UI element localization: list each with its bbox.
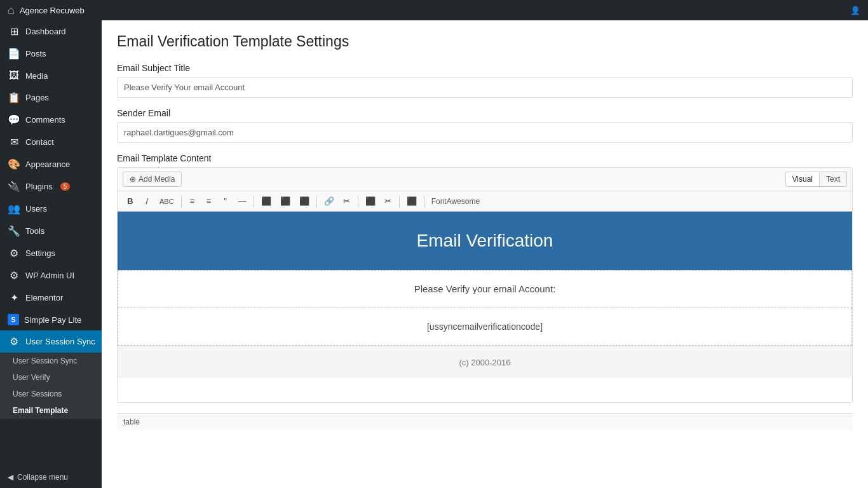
email-template-label: Email Template Content: [117, 153, 853, 163]
sidebar-item-contact[interactable]: ✉ Contact: [0, 131, 102, 153]
sidebar-item-usersessionsync[interactable]: ⚙ User Session Sync: [0, 330, 102, 353]
submenu-item-userverify[interactable]: User Verify: [0, 369, 102, 386]
admin-bar-left: ⌂ Agence Recuweb: [8, 4, 85, 17]
link-button[interactable]: 🔗: [320, 194, 338, 208]
ordered-list-button[interactable]: ≡: [201, 194, 217, 208]
comments-icon: 💬: [8, 114, 20, 126]
usersessionsync-icon: ⚙: [8, 336, 20, 348]
blockquote-button[interactable]: ": [218, 194, 233, 208]
sidebar-item-label: Plugins: [25, 182, 53, 191]
text-tab[interactable]: Text: [820, 172, 847, 187]
align-right-button[interactable]: ⬛: [295, 194, 313, 208]
tools-icon: 🔧: [8, 225, 20, 237]
admin-bar-site-icon: ⌂: [8, 4, 15, 17]
sidebar-item-label: Appearance: [25, 159, 70, 169]
sidebar-item-tools[interactable]: 🔧 Tools: [0, 220, 102, 242]
sidebar-item-plugins[interactable]: 🔌 Plugins 5: [0, 175, 102, 198]
sidebar-item-label: Posts: [25, 49, 46, 58]
users-icon: 👥: [8, 203, 20, 215]
visual-text-tabs: Visual Text: [785, 172, 847, 187]
email-preview: Email Verification Please Verify your em…: [118, 212, 852, 402]
fontawesome-label[interactable]: FontAwesome: [428, 195, 484, 208]
simplepaglite-icon: S: [8, 314, 19, 325]
sender-email-label: Sender Email: [117, 108, 853, 118]
align-center-button[interactable]: ⬛: [276, 194, 294, 208]
elementor-icon: ✦: [8, 292, 20, 304]
sidebar-item-media[interactable]: 🖼 Media: [0, 65, 102, 86]
table-button[interactable]: ⬛: [403, 194, 421, 208]
sidebar-item-settings[interactable]: ⚙ Settings: [0, 242, 102, 264]
sidebar-item-label: WP Admin UI: [25, 271, 74, 280]
email-code-section: [ussyncemailverificationcode]: [118, 308, 852, 346]
editor-container: ⊕ Add Media Visual Text B I ABC ≡ ≡: [117, 167, 853, 403]
collapse-menu[interactable]: ◀ Collapse menu: [0, 466, 102, 488]
admin-bar-user[interactable]: 👤: [850, 6, 860, 15]
posts-icon: 📄: [8, 48, 20, 60]
email-footer: (c) 2000-2016: [118, 346, 852, 378]
sidebar-item-label: Contact: [25, 137, 54, 147]
sidebar-item-label: Simple Pay Lite: [24, 315, 81, 325]
wpadminui-icon: ⚙: [8, 269, 20, 281]
strikethrough-button[interactable]: ABC: [156, 195, 178, 208]
sidebar-item-simplepaglite[interactable]: S Simple Pay Lite: [0, 309, 102, 330]
sidebar-item-label: Comments: [25, 115, 65, 125]
sidebar-item-label: Users: [25, 204, 47, 214]
email-subject-label: Email Subject Title: [117, 63, 853, 73]
settings-icon: ⚙: [8, 247, 20, 259]
pages-icon: 📋: [8, 92, 20, 104]
sidebar-item-dashboard[interactable]: ⊞ Dashboard: [0, 20, 102, 43]
sidebar-item-pages[interactable]: 📋 Pages: [0, 86, 102, 109]
sidebar-item-label: Media: [25, 71, 48, 81]
collapse-icon: ◀: [8, 473, 13, 482]
email-code-text: [ussyncemailverificationcode]: [427, 322, 543, 332]
sidebar-item-label: Pages: [25, 93, 49, 102]
email-body: Please Verify your email Account:: [118, 270, 852, 308]
add-media-button[interactable]: ⊕ Add Media: [123, 172, 182, 187]
plugins-badge: 5: [60, 182, 71, 191]
main-content: Email Verification Template Settings Ema…: [102, 20, 868, 488]
separator-5: [399, 196, 400, 207]
italic-button[interactable]: I: [139, 194, 154, 208]
sidebar-item-label: Tools: [25, 226, 44, 236]
admin-bar: ⌂ Agence Recuweb 👤: [0, 0, 868, 20]
insert-button[interactable]: ⬛: [362, 194, 379, 208]
sidebar-item-users[interactable]: 👥 Users: [0, 198, 102, 220]
hr-button[interactable]: —: [234, 194, 250, 208]
sidebar-submenu: User Session Sync User Verify User Sessi…: [0, 353, 102, 419]
sidebar-item-label: User Session Sync: [25, 337, 95, 346]
media-icon: 🖼: [8, 70, 20, 81]
bottom-bar-text: table: [123, 417, 140, 426]
submenu-item-usersessionsync[interactable]: User Session Sync: [0, 353, 102, 369]
editor-toolbar-top: ⊕ Add Media Visual Text: [118, 168, 852, 191]
admin-bar-site-name[interactable]: Agence Recuweb: [20, 6, 85, 15]
sidebar-item-label: Elementor: [25, 293, 63, 302]
email-subject-section: Email Subject Title: [117, 63, 853, 98]
sidebar-item-posts[interactable]: 📄 Posts: [0, 43, 102, 65]
collapse-label: Collapse menu: [17, 473, 68, 482]
page-title: Email Verification Template Settings: [117, 33, 853, 50]
main-layout: ⊞ Dashboard 📄 Posts 🖼 Media 📋 Pages 💬 Co…: [0, 20, 868, 488]
sidebar-item-elementor[interactable]: ✦ Elementor: [0, 287, 102, 309]
visual-tab[interactable]: Visual: [785, 172, 820, 187]
align-left-button[interactable]: ⬛: [257, 194, 275, 208]
sidebar-item-comments[interactable]: 💬 Comments: [0, 109, 102, 131]
sender-email-input[interactable]: [117, 122, 853, 143]
sidebar-item-wpadminui[interactable]: ⚙ WP Admin UI: [0, 264, 102, 287]
bottom-bar: table: [117, 413, 853, 430]
submenu-item-emailtemplate[interactable]: Email Template: [0, 402, 102, 419]
sender-email-section: Sender Email: [117, 108, 853, 143]
add-media-icon: ⊕: [130, 175, 136, 184]
submenu-item-usersessions[interactable]: User Sessions: [0, 386, 102, 402]
plugins-icon: 🔌: [8, 180, 20, 193]
dashboard-icon: ⊞: [8, 25, 20, 37]
bold-button[interactable]: B: [123, 194, 138, 208]
email-body-text: Please Verify your email Account:: [414, 283, 556, 294]
unlink-button[interactable]: ✂: [339, 194, 355, 208]
unordered-list-button[interactable]: ≡: [185, 194, 200, 208]
email-header-text: Email Verification: [417, 231, 553, 250]
email-subject-input[interactable]: [117, 77, 853, 98]
sidebar-item-appearance[interactable]: 🎨 Appearance: [0, 153, 102, 175]
add-media-label: Add Media: [139, 175, 175, 184]
remove-format-button[interactable]: ✂: [381, 194, 396, 208]
separator-3: [316, 196, 317, 207]
